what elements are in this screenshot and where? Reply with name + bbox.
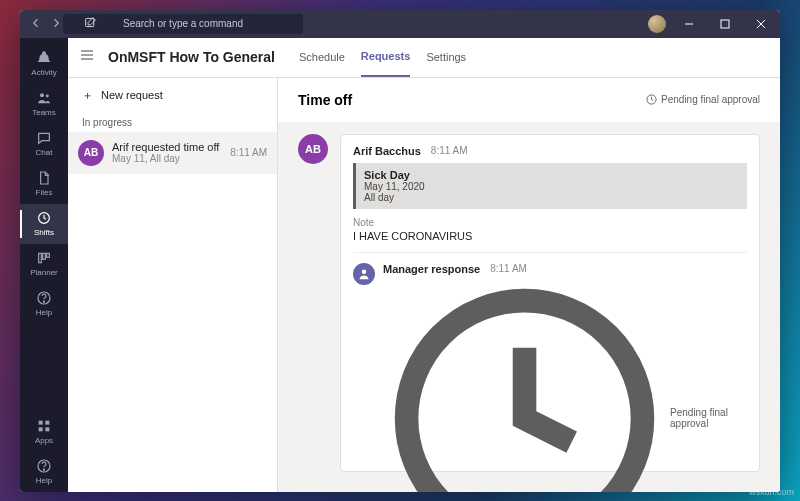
detail-status: Pending final approval (646, 94, 760, 105)
svg-rect-12 (39, 427, 43, 431)
requester-avatar: AB (78, 140, 104, 166)
detail-avatar: AB (298, 134, 328, 164)
svg-rect-13 (45, 427, 49, 431)
rail-item-files[interactable]: Files (20, 164, 68, 204)
request-title: Arif requested time off (112, 141, 222, 153)
hamburger-icon[interactable] (80, 48, 94, 66)
rail-item-apps[interactable]: Apps (20, 412, 68, 452)
forward-icon[interactable] (50, 17, 62, 31)
rail-item-help-top[interactable]: Help (20, 284, 68, 324)
plus-icon: ＋ (82, 88, 93, 103)
close-button[interactable] (748, 10, 774, 38)
tab-settings[interactable]: Settings (426, 38, 466, 77)
page-title: OnMSFT How To General (108, 49, 275, 65)
manager-avatar (353, 263, 375, 285)
new-request-button[interactable]: ＋ New request (68, 78, 277, 113)
request-reason: Sick Day (364, 169, 739, 181)
request-date: May 11, 2020 (364, 181, 739, 192)
note-label: Note (353, 217, 747, 228)
new-request-label: New request (101, 89, 163, 101)
svg-rect-7 (47, 253, 50, 257)
rail-item-chat[interactable]: Chat (20, 124, 68, 164)
svg-rect-11 (45, 421, 49, 425)
tab-schedule[interactable]: Schedule (299, 38, 345, 77)
tab-list: ScheduleRequestsSettings (299, 38, 466, 77)
svg-rect-6 (43, 253, 46, 259)
manager-response-label: Manager response (383, 263, 480, 275)
svg-point-17 (362, 269, 367, 274)
detail-title: Time off (298, 92, 352, 108)
rail-item-activity[interactable]: Activity (20, 44, 68, 84)
app-rail: ActivityTeamsChatFilesShiftsPlannerHelp … (20, 38, 68, 492)
search-input[interactable]: Search or type a command (63, 14, 303, 34)
maximize-button[interactable] (712, 10, 738, 38)
manager-response-time: 8:11 AM (490, 263, 527, 274)
request-detail-pane: Time off Pending final approval AB Arif … (278, 78, 780, 492)
search-placeholder: Search or type a command (123, 18, 243, 29)
compose-icon[interactable] (84, 16, 97, 31)
minimize-button[interactable] (676, 10, 702, 38)
detail-time: 8:11 AM (431, 145, 468, 156)
request-list-item[interactable]: AB Arif requested time off May 11, All d… (68, 132, 277, 174)
request-summary: Sick Day May 11, 2020 All day (353, 163, 747, 209)
watermark: wsxdn.com (749, 487, 794, 497)
svg-rect-10 (39, 421, 43, 425)
app-window: Search or type a command ActivityTeamsCh… (20, 10, 780, 492)
svg-point-3 (46, 95, 49, 98)
page-header: OnMSFT How To General ScheduleRequestsSe… (68, 38, 780, 78)
request-duration: All day (364, 192, 739, 203)
svg-rect-1 (721, 20, 729, 28)
detail-card: Arif Bacchus 8:11 AM Sick Day May 11, 20… (340, 134, 760, 472)
svg-rect-5 (39, 253, 42, 262)
request-subtitle: May 11, All day (112, 153, 222, 164)
titlebar: Search or type a command (20, 10, 780, 38)
rail-item-help[interactable]: Help (20, 452, 68, 492)
requester-name: Arif Bacchus (353, 145, 421, 157)
tab-requests[interactable]: Requests (361, 38, 411, 77)
rail-item-teams[interactable]: Teams (20, 84, 68, 124)
svg-point-2 (40, 93, 44, 97)
manager-status: Pending final approval (383, 277, 747, 492)
back-icon[interactable] (30, 17, 42, 31)
main-area: OnMSFT How To General ScheduleRequestsSe… (68, 38, 780, 492)
rail-item-shifts[interactable]: Shifts (20, 204, 68, 244)
svg-point-15 (43, 469, 44, 470)
request-time: 8:11 AM (230, 147, 267, 158)
request-list-pane: ＋ New request In progress AB Arif reques… (68, 78, 278, 492)
section-label: In progress (68, 113, 277, 132)
rail-item-planner[interactable]: Planner (20, 244, 68, 284)
svg-point-9 (43, 301, 44, 302)
note-body: I HAVE CORONAVIRUS (353, 230, 747, 242)
profile-avatar[interactable] (648, 15, 666, 33)
